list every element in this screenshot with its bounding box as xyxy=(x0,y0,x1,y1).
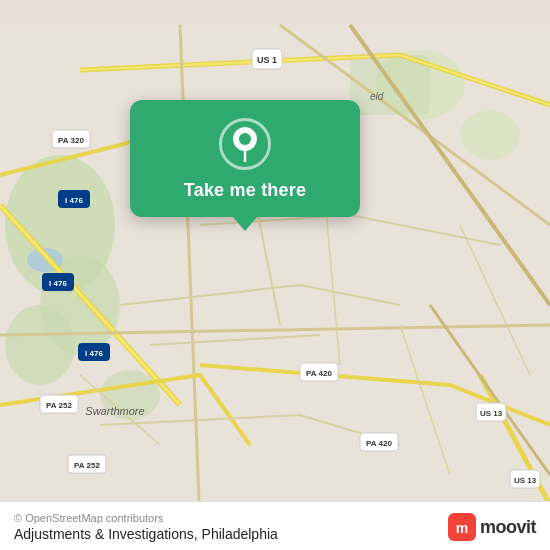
bottom-left: © OpenStreetMap contributors Adjustments… xyxy=(14,512,278,542)
take-me-there-button[interactable]: Take me there xyxy=(184,180,306,201)
svg-point-34 xyxy=(239,133,251,145)
svg-text:PA 252: PA 252 xyxy=(74,461,100,470)
popup-card[interactable]: Take me there xyxy=(130,100,360,217)
svg-text:PA 320: PA 320 xyxy=(58,136,84,145)
svg-text:US 1: US 1 xyxy=(257,55,277,65)
svg-text:US 13: US 13 xyxy=(514,476,537,485)
copyright-text: © OpenStreetMap contributors xyxy=(14,512,278,524)
moovit-logo[interactable]: m moovit xyxy=(448,513,536,541)
svg-point-3 xyxy=(5,305,75,385)
map-container: US 1 PA 320 I 476 I 476 I 476 PA 252 PA … xyxy=(0,0,550,550)
svg-text:PA 420: PA 420 xyxy=(366,439,392,448)
svg-text:I 476: I 476 xyxy=(85,349,103,358)
svg-text:I 476: I 476 xyxy=(49,279,67,288)
svg-text:I 476: I 476 xyxy=(65,196,83,205)
svg-text:Swarthmore: Swarthmore xyxy=(85,405,144,417)
svg-text:m: m xyxy=(456,520,468,536)
location-icon-container xyxy=(219,118,271,170)
svg-point-6 xyxy=(460,110,520,160)
svg-text:PA 420: PA 420 xyxy=(306,369,332,378)
location-name: Adjustments & Investigations, Philadelph… xyxy=(14,526,278,542)
svg-text:PA 252: PA 252 xyxy=(46,401,72,410)
moovit-brand-icon: m xyxy=(448,513,476,541)
map-background: US 1 PA 320 I 476 I 476 I 476 PA 252 PA … xyxy=(0,0,550,550)
moovit-brand-text: moovit xyxy=(480,517,536,538)
svg-text:US 13: US 13 xyxy=(480,409,503,418)
svg-text:eld: eld xyxy=(370,91,384,102)
location-pin-icon xyxy=(230,126,260,162)
bottom-bar: © OpenStreetMap contributors Adjustments… xyxy=(0,501,550,550)
